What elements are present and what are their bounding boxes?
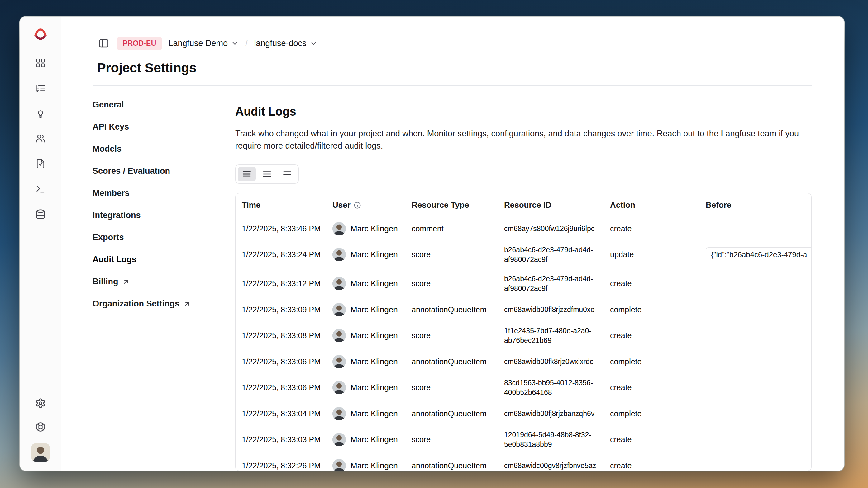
cell-action: create [604,373,700,402]
cell-resource-type: comment [405,217,498,240]
settings-nav-item[interactable]: General [93,94,235,116]
settings-nav-item-label: Members [93,188,130,198]
database-icon[interactable] [33,207,48,221]
user-name: Marc Klingen [350,279,398,288]
cell-resource-id: b26ab4c6-d2e3-479d-ad4d-af980072ac9f [498,240,604,269]
cell-time: 1/22/2025, 8:33:12 PM [236,269,326,298]
table-row[interactable]: 1/22/2025, 8:33:24 PM Marc Klingen [236,240,811,269]
dashboard-grid-icon[interactable] [33,56,48,70]
cell-action: complete [604,402,700,425]
org-name: Langfuse Demo [168,39,228,48]
table-row[interactable]: 1/22/2025, 8:32:26 PM Marc Klingen [236,454,811,471]
cell-before [700,298,811,321]
cell-before [700,269,811,298]
settings-nav-item[interactable]: Billing [93,271,235,293]
app-window: PROD-EU Langfuse Demo / langfuse-docs Pr… [20,17,844,471]
chevron-down-icon [310,39,318,47]
settings-nav-item[interactable]: Exports [93,226,235,249]
user-avatar [333,381,346,394]
app-sidebar [20,17,61,471]
cell-resource-id: cm68ay7s800fw126j9uri6lpc [498,217,604,240]
sidebar-bottom [31,396,50,461]
audit-logs-panel: Audit Logs Track who changed what in you… [235,86,812,471]
cell-user: Marc Klingen [326,269,405,298]
file-datasets-icon[interactable] [33,157,48,171]
cell-resource-id: cm68awidb00fk8rjz0wxixrdc [498,350,604,373]
settings-nav-item[interactable]: Models [93,138,235,160]
external-link-icon [122,278,130,286]
column-header-before: Before [700,193,811,217]
settings-nav-item[interactable]: Members [93,182,235,204]
user-avatar [333,329,346,342]
before-json-box[interactable]: {"id":"b26ab4c6-d2e3-479d-a [706,247,812,262]
user-avatar[interactable] [31,444,50,461]
environment-badge: PROD-EU [117,37,162,50]
user-name: Marc Klingen [350,357,398,366]
user-name: Marc Klingen [350,305,398,315]
cell-time: 1/22/2025, 8:33:04 PM [236,402,326,425]
lightbulb-icon[interactable] [33,106,48,121]
cell-time: 1/22/2025, 8:32:26 PM [236,454,326,471]
table-row[interactable]: 1/22/2025, 8:33:06 PM Marc Klingen [236,350,811,373]
row-height-medium-button[interactable] [258,167,276,181]
terminal-icon[interactable] [33,182,48,196]
table-row[interactable]: 1/22/2025, 8:33:03 PM Marc Klingen [236,425,811,454]
settings-nav-item[interactable]: Integrations [93,204,235,226]
cell-before [700,350,811,373]
user-avatar [333,459,346,471]
cell-action: create [604,217,700,240]
cell-resource-id: 83cd1563-bb95-4012-8356-400b52b64168 [498,373,604,402]
user-avatar [333,433,346,446]
cell-time: 1/22/2025, 8:33:03 PM [236,425,326,454]
table-row[interactable]: 1/22/2025, 8:33:08 PM Marc Klingen [236,321,811,350]
table-row[interactable]: 1/22/2025, 8:33:12 PM Marc Klingen [236,269,811,298]
row-height-small-button[interactable] [238,167,256,181]
table-header-row: Time User Resource Type Resource ID Act [236,193,811,217]
cell-before [700,425,811,454]
settings-nav-item[interactable]: Scores / Evaluation [93,160,235,182]
cell-user: Marc Klingen [326,298,405,321]
user-avatar [333,222,346,235]
project-switcher[interactable]: langfuse-docs [254,39,317,48]
cell-time: 1/22/2025, 8:33:46 PM [236,217,326,240]
settings-nav-item[interactable]: Audit Logs [93,249,235,271]
page-title: Project Settings [97,60,812,75]
external-link-icon [183,300,191,308]
row-height-large-button[interactable] [278,167,296,181]
user-name: Marc Klingen [350,435,398,445]
cell-action: complete [604,350,700,373]
cell-user: Marc Klingen [326,217,405,240]
cell-resource-type: score [405,425,498,454]
row-height-toggle-group [235,164,299,184]
user-avatar [333,277,346,290]
settings-gear-icon[interactable] [33,396,48,411]
cell-action: create [604,321,700,350]
cell-before: {"id":"b26ab4c6-d2e3-479d-a [700,240,811,269]
cell-resource-id: 12019d64-5d49-48b8-8f32-5e0b831a8bb9 [498,425,604,454]
cell-resource-type: score [405,269,498,298]
users-icon[interactable] [33,131,48,146]
cell-resource-id: b26ab4c6-d2e3-479d-ad4d-af980072ac9f [498,269,604,298]
column-header-user: User [326,193,405,217]
user-avatar [333,303,346,316]
cell-resource-type: score [405,240,498,269]
tracing-list-tree-icon[interactable] [33,81,48,95]
column-header-resource-id: Resource ID [498,193,604,217]
column-header-resource-type: Resource Type [405,193,498,217]
breadcrumb-separator: / [245,38,248,48]
langfuse-logo[interactable] [33,26,48,40]
table-row[interactable]: 1/22/2025, 8:33:06 PM Marc Klingen [236,373,811,402]
table-row[interactable]: 1/22/2025, 8:33:46 PM Marc Klingen [236,217,811,240]
cell-user: Marc Klingen [326,321,405,350]
org-switcher[interactable]: Langfuse Demo [168,39,239,48]
settings-nav-item[interactable]: Organization Settings [93,293,235,315]
sidebar-toggle-icon[interactable] [97,36,111,50]
column-header-action: Action [604,193,700,217]
user-name: Marc Klingen [350,331,398,340]
settings-nav-item[interactable]: API Keys [93,116,235,138]
table-row[interactable]: 1/22/2025, 8:33:09 PM Marc Klingen [236,298,811,321]
support-lifebuoy-icon[interactable] [33,420,48,434]
table-row[interactable]: 1/22/2025, 8:33:04 PM Marc Klingen [236,402,811,425]
cell-resource-type: annotationQueueItem [405,298,498,321]
sidebar-nav-icons [33,56,48,221]
